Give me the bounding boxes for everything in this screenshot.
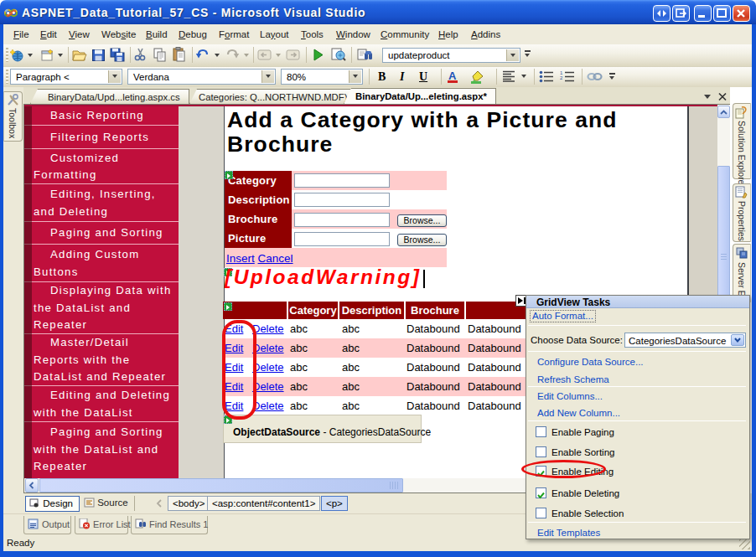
svg-text:2: 2 xyxy=(560,75,563,80)
